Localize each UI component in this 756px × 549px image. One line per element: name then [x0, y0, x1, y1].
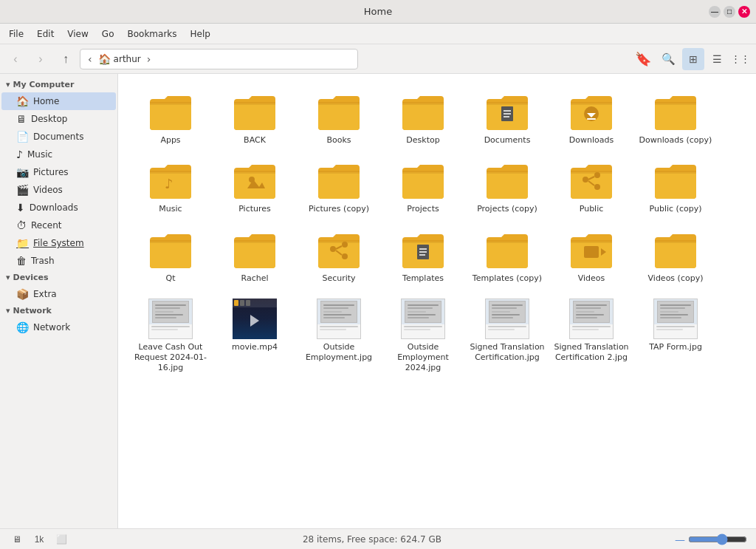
sidebar-item-network[interactable]: 🌐 Network	[1, 318, 116, 336]
file-item[interactable]: Apps	[130, 86, 211, 151]
file-item[interactable]: movie.mp4	[214, 293, 295, 380]
sidebar-item-home[interactable]: 🏠 Home	[1, 92, 116, 110]
maximize-button[interactable]: □	[724, 6, 735, 18]
sidebar-section-devices[interactable]: ▾ Devices	[0, 270, 117, 285]
file-item[interactable]: Signed Translation Certification 2.jpg	[551, 293, 632, 380]
file-item[interactable]: Public	[551, 154, 632, 220]
sidebar-item-downloads[interactable]: ⬇ Downloads	[1, 199, 116, 216]
file-name: Outside Employment.jpg	[301, 342, 377, 364]
menu-edit[interactable]: Edit	[31, 27, 60, 41]
file-item[interactable]: Videos (copy)	[635, 224, 716, 290]
location-forward-arrow[interactable]: ›	[144, 53, 154, 65]
file-item[interactable]: Downloads (copy)	[635, 86, 716, 151]
chevron-down-icon: ▾	[6, 273, 10, 282]
sidebar-section-network[interactable]: ▾ Network	[0, 303, 117, 318]
file-name: Public	[580, 204, 604, 214]
file-item[interactable]: Qt	[130, 224, 211, 290]
search-button[interactable]: 🔍	[657, 48, 679, 70]
file-item[interactable]: Public (copy)	[635, 154, 716, 220]
file-item[interactable]: Outside Employment 2024.jpg	[382, 293, 464, 380]
window-title: Home	[364, 6, 392, 17]
sidebar-item-filesystem[interactable]: 📁 File System	[1, 234, 116, 252]
file-name: Apps	[160, 135, 180, 146]
close-button[interactable]: ✕	[738, 6, 750, 18]
sidebar-item-documents[interactable]: 📄 Documents	[1, 128, 116, 146]
sidebar-section-my-computer[interactable]: ▾ My Computer	[0, 77, 117, 92]
menu-file[interactable]: File	[3, 27, 30, 41]
folder-icon	[569, 160, 614, 201]
compact-view-button[interactable]: ⋮⋮	[729, 48, 752, 70]
file-item[interactable]: Signed Translation Certification.jpg	[467, 293, 548, 380]
location-bar: ‹ 🏠 arthur ›	[80, 49, 358, 69]
file-item[interactable]: ♪ Music	[130, 154, 211, 220]
grid-view-button[interactable]: ⊞	[682, 48, 704, 70]
folder-icon	[401, 160, 445, 201]
file-icon	[317, 299, 361, 339]
sidebar: ▾ My Computer 🏠 Home 🖥 Desktop 📄 Documen…	[0, 74, 118, 528]
statusbar-icon-btn-2[interactable]: 1k	[31, 531, 47, 548]
file-item[interactable]: Desktop	[382, 86, 464, 151]
file-name: Qt	[166, 273, 176, 284]
file-item[interactable]: Leave Cash Out Request 2024-01-16.jpg	[130, 293, 211, 380]
menubar: File Edit View Go Bookmarks Help	[0, 24, 756, 44]
location-back-arrow[interactable]: ‹	[85, 53, 95, 65]
folder-icon	[317, 160, 361, 201]
file-name: Projects (copy)	[477, 204, 537, 214]
file-item[interactable]: Templates	[382, 224, 464, 290]
file-item[interactable]: Pictures (copy)	[298, 154, 379, 220]
file-item[interactable]: Books	[298, 86, 379, 151]
folder-icon	[485, 230, 529, 270]
sidebar-item-trash[interactable]: 🗑 Trash	[1, 252, 116, 270]
file-item[interactable]: Documents	[467, 86, 548, 151]
sidebar-item-extra[interactable]: 📦 Extra	[1, 285, 116, 303]
file-item[interactable]: Outside Employment.jpg	[298, 293, 379, 380]
folder-icon	[233, 230, 277, 270]
sidebar-item-pictures[interactable]: 📷 Pictures	[1, 163, 116, 181]
zoom-slider[interactable]	[688, 533, 747, 545]
file-name: Desktop	[406, 135, 439, 146]
bookmark-button[interactable]: 🔖	[632, 48, 654, 70]
sidebar-item-videos[interactable]: 🎬 Videos	[1, 181, 116, 199]
downloads-icon: ⬇	[16, 202, 25, 214]
file-item[interactable]: Projects	[382, 154, 464, 220]
chevron-down-icon: ▾	[6, 306, 10, 316]
menu-view[interactable]: View	[61, 27, 94, 41]
file-item[interactable]: Security	[298, 224, 379, 290]
file-name: Security	[322, 273, 355, 284]
minimize-button[interactable]: —	[709, 6, 721, 18]
menu-bookmarks[interactable]: Bookmarks	[121, 27, 182, 41]
sidebar-item-trash-label: Trash	[31, 256, 55, 266]
file-item[interactable]: Projects (copy)	[467, 154, 548, 220]
file-item[interactable]: TAP Form.jpg	[635, 293, 716, 380]
file-item[interactable]: BACK	[214, 86, 295, 151]
sidebar-item-music-label: Music	[27, 149, 52, 160]
svg-point-17	[342, 253, 348, 259]
videos-icon: 🎬	[16, 184, 29, 196]
file-name: Pictures (copy)	[309, 204, 369, 214]
forward-button[interactable]: ›	[30, 48, 52, 70]
file-name: Rachel	[241, 273, 269, 284]
statusbar-icon-btn-3[interactable]: ⬜	[53, 531, 69, 548]
folder-icon: ♪	[148, 160, 193, 201]
sidebar-item-music[interactable]: ♪ Music	[1, 146, 116, 163]
main-area: ▾ My Computer 🏠 Home 🖥 Desktop 📄 Documen…	[0, 74, 756, 528]
sidebar-item-desktop[interactable]: 🖥 Desktop	[1, 110, 116, 128]
file-item[interactable]: Rachel	[214, 224, 295, 290]
file-item[interactable]: Templates (copy)	[467, 224, 548, 290]
statusbar-icon-btn-1[interactable]: 🖥	[9, 531, 25, 548]
sidebar-section-devices-label: Devices	[13, 273, 49, 282]
folder-icon	[401, 230, 445, 270]
file-item[interactable]: Pictures	[214, 154, 295, 220]
list-view-button[interactable]: ☰	[706, 48, 728, 70]
menu-go[interactable]: Go	[96, 27, 120, 41]
file-item[interactable]: Downloads	[551, 86, 632, 151]
up-button[interactable]: ↑	[55, 48, 77, 70]
svg-point-15	[330, 246, 336, 252]
file-name: Pictures	[238, 204, 271, 214]
file-icon	[569, 299, 614, 339]
sidebar-item-recent[interactable]: ⏱ Recent	[1, 216, 116, 234]
back-button[interactable]: ‹	[4, 48, 27, 70]
menu-help[interactable]: Help	[185, 27, 216, 41]
file-item[interactable]: Videos	[551, 224, 632, 290]
titlebar: Home — □ ✕	[0, 0, 756, 24]
